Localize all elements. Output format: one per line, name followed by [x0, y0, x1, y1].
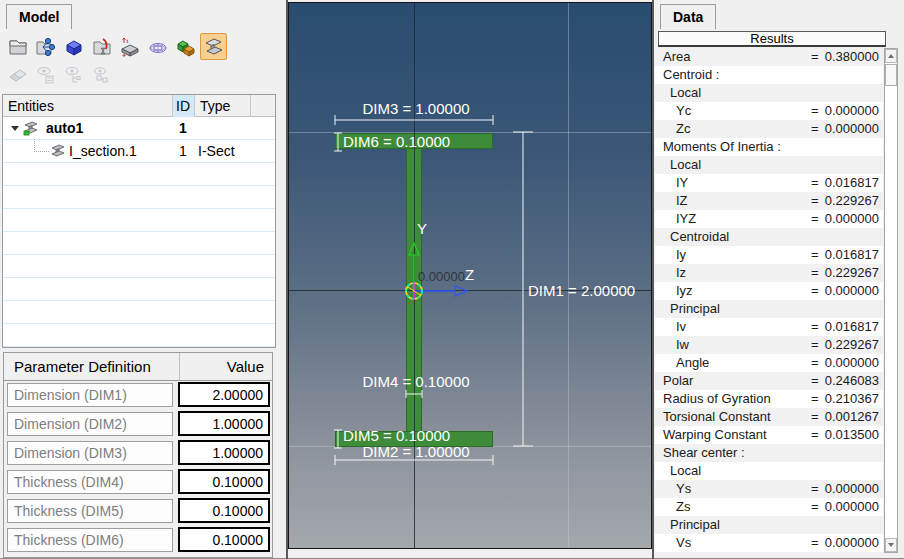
- result-row: Iyz = 0.000000: [655, 282, 883, 300]
- result-equals: =: [811, 174, 819, 192]
- visibility-tree-button-disabled[interactable]: [60, 61, 87, 88]
- result-name: Radius of Gyration: [663, 390, 771, 408]
- toolbar-row-1: t: [4, 33, 227, 60]
- parameter-value-input[interactable]: [178, 498, 270, 523]
- surface-mesh-button[interactable]: [144, 33, 171, 60]
- section-folder-icon: [7, 36, 29, 58]
- parameter-definition-header: Parameter Definition: [14, 358, 151, 375]
- material-boxes-button[interactable]: [172, 33, 199, 60]
- tree-empty-row: [3, 232, 275, 255]
- z-axis-label: Z: [465, 266, 474, 283]
- dim6-label: DIM6 = 0.10000: [343, 133, 450, 150]
- result-name: Centroid :: [663, 66, 719, 84]
- scrollbar-thumb[interactable]: [885, 64, 897, 86]
- parameter-value-input[interactable]: [178, 411, 270, 436]
- column-header-type-label: Type: [200, 98, 230, 114]
- result-name: Ys: [676, 480, 691, 498]
- column-header-id[interactable]: ˆID: [173, 95, 195, 117]
- solid-body-button[interactable]: [60, 33, 87, 60]
- result-name: Principal: [670, 516, 720, 534]
- dim2-label: DIM2 = 1.00000: [334, 443, 498, 460]
- tab-data-label: Data: [673, 9, 703, 25]
- column-header-entities[interactable]: Entities: [3, 95, 173, 117]
- tree-empty-row: [3, 209, 275, 232]
- tree-branch-line: [34, 139, 49, 152]
- result-row: Local: [655, 462, 883, 480]
- result-value: 0.000000: [825, 354, 879, 372]
- visibility-list-button-disabled[interactable]: [32, 61, 59, 88]
- result-equals: =: [811, 372, 819, 390]
- data-panel: Data Results Area = 0.380000 Centroid : …: [653, 0, 904, 559]
- result-value: 0.246083: [825, 372, 879, 390]
- result-value: 0.000000: [825, 480, 879, 498]
- result-value: 0.013500: [825, 426, 879, 444]
- result-name: Local: [670, 156, 701, 174]
- result-name: Vs: [676, 534, 691, 552]
- result-equals: =: [811, 390, 819, 408]
- result-equals: =: [811, 534, 819, 552]
- result-name: Angle: [676, 354, 709, 372]
- tree-row-child[interactable]: I_section.1 1 I-Sect: [3, 140, 275, 163]
- dim3-label: DIM3 = 1.00000: [334, 100, 498, 117]
- result-value: 0.000000: [825, 120, 879, 138]
- result-equals: =: [811, 354, 819, 372]
- result-row: Iz = 0.229267: [655, 264, 883, 282]
- result-value: 0.001267: [825, 408, 879, 426]
- result-equals: =: [811, 48, 819, 66]
- result-value: 0.380000: [825, 48, 879, 66]
- parameter-table-body: Dimension (DIM1) Dimension (DIM2) Dimens…: [4, 381, 272, 555]
- result-equals: =: [811, 480, 819, 498]
- visibility-sync-button-disabled[interactable]: [88, 61, 115, 88]
- parameter-row: Dimension (DIM1): [4, 381, 272, 410]
- result-equals: =: [811, 318, 819, 336]
- tab-model[interactable]: Model: [6, 4, 72, 29]
- result-name: IY: [676, 174, 688, 192]
- tree-empty-row: [3, 324, 275, 347]
- parameter-row: Dimension (DIM2): [4, 410, 272, 439]
- parameter-value-input[interactable]: [178, 382, 270, 407]
- tree-row-root[interactable]: auto1 1: [3, 117, 275, 140]
- constraint-curve-button[interactable]: [88, 33, 115, 60]
- sections-stack-button[interactable]: [200, 33, 227, 60]
- parameter-label: Dimension (DIM3): [7, 441, 173, 465]
- results-scrollbar[interactable]: [884, 48, 898, 553]
- parameter-value-input[interactable]: [178, 440, 270, 465]
- result-equals: =: [811, 210, 819, 228]
- section-folder-button[interactable]: [4, 33, 31, 60]
- result-row: Iw = 0.229267: [655, 336, 883, 354]
- scroll-down-button[interactable]: [885, 538, 897, 552]
- result-name: Area: [663, 48, 690, 66]
- result-equals: =: [811, 282, 819, 300]
- value-header: Value: [227, 358, 264, 375]
- surface-mesh-icon: [147, 36, 169, 58]
- result-name: Iyz: [676, 282, 693, 300]
- viewport-3d[interactable]: DIM3 = 1.00000 DIM6 = 0.10000 DIM1 = 2.0…: [288, 2, 652, 549]
- expander-icon[interactable]: [11, 126, 19, 131]
- result-name: Zs: [676, 498, 690, 516]
- column-header-type[interactable]: Type: [195, 95, 251, 117]
- tab-data[interactable]: Data: [660, 4, 716, 29]
- parameter-value-input[interactable]: [178, 469, 270, 494]
- scroll-down-icon: [888, 543, 894, 547]
- result-equals: =: [811, 264, 819, 282]
- tree-empty-row: [3, 255, 275, 278]
- scroll-up-button[interactable]: [885, 49, 897, 63]
- result-value: 0.000000: [825, 282, 879, 300]
- result-row: Zc = 0.000000: [655, 120, 883, 138]
- thickness-button[interactable]: t: [116, 33, 143, 60]
- result-row: Zs = 0.000000: [655, 498, 883, 516]
- tree-empty-row: [3, 301, 275, 324]
- parameter-value-input[interactable]: [178, 527, 270, 552]
- layers-button-disabled[interactable]: [4, 61, 31, 88]
- result-name: Centroidal: [670, 228, 729, 246]
- result-name: Polar: [663, 372, 693, 390]
- tree-row-id: 1: [179, 143, 187, 159]
- tree-row-label: I_section.1: [69, 143, 137, 159]
- result-row: Local: [655, 156, 883, 174]
- material-boxes-icon: [175, 36, 197, 58]
- header-column-divider: [179, 353, 180, 381]
- parameter-label: Dimension (DIM1): [7, 383, 173, 407]
- results-header: Results: [658, 31, 886, 47]
- result-row: Moments Of Inertia :: [655, 138, 883, 156]
- import-points-button[interactable]: [32, 33, 59, 60]
